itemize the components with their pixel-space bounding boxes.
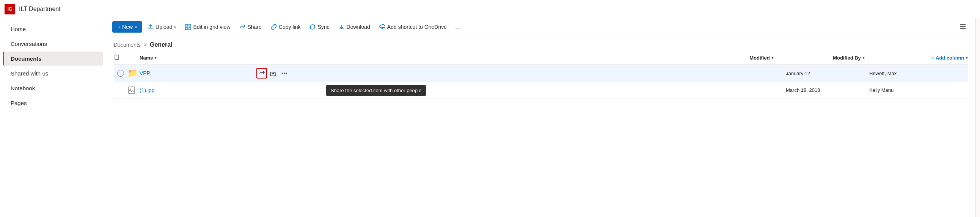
name-sort-icon: ▾ — [154, 55, 157, 60]
sync-icon — [309, 24, 315, 30]
view-toggle-button[interactable] — [956, 22, 969, 33]
svg-rect-3 — [189, 28, 191, 30]
table-row: 📁 VPP — [114, 65, 968, 82]
breadcrumb-parent[interactable]: Documents — [114, 42, 141, 48]
row-modified-by-vpp: Hewett, Max — [869, 70, 968, 76]
more-row-button[interactable] — [279, 68, 290, 78]
content-area: + New ▾ Upload ▾ Edit in g — [106, 18, 975, 217]
modified-sort-icon: ▾ — [772, 55, 774, 60]
header-modified-by-col[interactable]: Modified By ▾ — [833, 55, 931, 61]
sidebar-item-home[interactable]: Home — [3, 22, 103, 36]
scroll-bar-area — [975, 18, 980, 217]
breadcrumb-separator: > — [144, 42, 147, 48]
row-name-vpp[interactable]: VPP — [140, 70, 253, 76]
new-chevron-icon: ▾ — [135, 25, 137, 29]
sidebar-item-conversations[interactable]: Conversations — [3, 37, 103, 51]
svg-point-5 — [282, 73, 283, 74]
onedrive-icon — [379, 24, 385, 30]
edit-grid-button[interactable]: Edit in grid view — [181, 22, 234, 32]
toolbar-right — [956, 22, 969, 33]
svg-point-6 — [284, 73, 285, 74]
row-image-icon — [127, 86, 140, 94]
radio-circle-icon — [117, 70, 124, 77]
breadcrumb-current: General — [150, 41, 173, 48]
share-icon — [240, 24, 246, 30]
svg-rect-2 — [185, 28, 187, 30]
list-view-icon — [959, 23, 966, 30]
app-title: ILT Department — [19, 6, 61, 13]
download-icon — [339, 24, 345, 30]
row-folder-icon: 📁 — [127, 68, 140, 78]
add-column-button[interactable]: + Add column ▾ — [931, 55, 968, 61]
share-button[interactable]: Share — [236, 22, 266, 32]
add-shortcut-button[interactable]: Add shortcut to OneDrive — [375, 22, 450, 32]
more-row-icon — [281, 70, 288, 77]
row-modified-jpg: March 18, 2018 — [786, 87, 869, 93]
share-row-button[interactable] — [256, 68, 267, 78]
link-icon — [271, 24, 277, 30]
app-icon: IG — [5, 4, 15, 14]
header-check-col — [114, 54, 127, 61]
share-folder-button[interactable] — [268, 68, 278, 78]
svg-rect-4 — [115, 55, 119, 59]
add-col-chevron-icon: ▾ — [966, 55, 968, 60]
more-button[interactable]: ... — [452, 22, 464, 33]
header-name-col[interactable]: Name ▾ — [140, 55, 253, 61]
main-area: Home Conversations Documents Shared with… — [0, 18, 980, 217]
svg-point-7 — [286, 73, 287, 74]
new-button[interactable]: + New ▾ — [112, 21, 142, 33]
modified-by-sort-icon: ▾ — [862, 55, 865, 60]
row-checkbox-vpp[interactable] — [114, 70, 127, 77]
sidebar-item-notebook[interactable]: Notebook — [3, 81, 103, 95]
sidebar: Home Conversations Documents Shared with… — [0, 18, 106, 217]
upload-chevron-icon: ▾ — [174, 25, 176, 29]
row-actions-vpp — [256, 68, 290, 78]
top-bar: IG ILT Department — [0, 0, 980, 18]
sidebar-item-documents[interactable]: Documents — [3, 52, 103, 65]
share-row-icon — [258, 70, 265, 77]
upload-icon — [148, 24, 154, 30]
row-modified-vpp: January 12 — [786, 70, 869, 76]
toolbar: + New ▾ Upload ▾ Edit in g — [106, 18, 975, 36]
share-tooltip: Share the selected item with other peopl… — [326, 85, 426, 96]
header-modified-col[interactable]: Modified ▾ — [749, 55, 833, 61]
svg-rect-1 — [189, 24, 191, 26]
grid-icon — [185, 24, 191, 30]
table-row: (1).jpg March 18, 2018 Kelly Manu — [114, 82, 968, 99]
svg-point-9 — [130, 88, 131, 89]
sidebar-item-shared[interactable]: Shared with us — [3, 66, 103, 80]
image-file-icon — [127, 86, 136, 94]
row-modified-by-jpg: Kelly Manu — [869, 87, 968, 93]
upload-button[interactable]: Upload ▾ — [144, 22, 180, 32]
file-list: Name ▾ Modified ▾ Modified By ▾ + Add co… — [106, 51, 975, 217]
file-type-header-icon — [114, 54, 120, 60]
download-button[interactable]: Download — [335, 22, 374, 32]
sidebar-item-pages[interactable]: Pages — [3, 96, 103, 110]
svg-rect-0 — [185, 24, 187, 26]
column-headers: Name ▾ Modified ▾ Modified By ▾ + Add co… — [114, 51, 968, 65]
share-folder-icon — [270, 70, 277, 77]
copy-link-button[interactable]: Copy link — [267, 22, 305, 32]
row-name-jpg[interactable]: (1).jpg — [140, 87, 253, 93]
sync-button[interactable]: Sync — [306, 22, 333, 32]
breadcrumb: Documents > General — [106, 36, 975, 51]
